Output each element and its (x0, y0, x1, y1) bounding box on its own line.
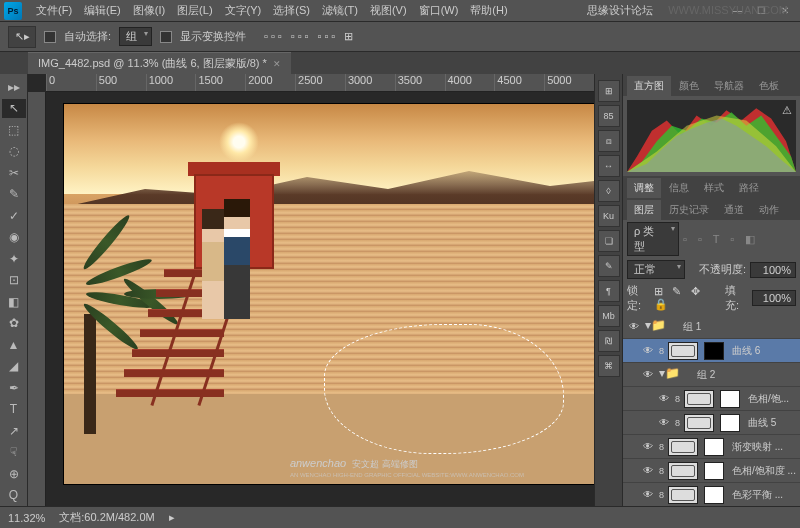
mid-btn-8[interactable]: ¶ (598, 280, 620, 302)
layer-name[interactable]: 曲线 5 (744, 416, 796, 430)
auto-select-dropdown[interactable]: 组 (119, 27, 152, 46)
align-buttons[interactable]: ▫▫▫ ▫▫▫ ▫▫▫ ⊞ (264, 30, 356, 43)
shape-tool[interactable]: ☟ (2, 443, 26, 463)
tab-info[interactable]: 信息 (662, 178, 696, 198)
show-transform-checkbox[interactable] (160, 31, 172, 43)
tab-paths[interactable]: 路径 (732, 178, 766, 198)
path-tool[interactable]: ↗ (2, 421, 26, 441)
menu-select[interactable]: 选择(S) (267, 3, 316, 18)
layer-name[interactable]: 色彩平衡 ... (728, 488, 796, 502)
blur-tool[interactable]: ▲ (2, 335, 26, 355)
layer-row[interactable]: 👁8曲线 5 (623, 411, 800, 435)
active-tool-indicator[interactable]: ↖▸ (8, 26, 36, 48)
menu-file[interactable]: 文件(F) (30, 3, 78, 18)
ruler-horizontal[interactable]: 0500100015002000250030003500400045005000 (46, 74, 594, 92)
mid-btn-0[interactable]: ⊞ (598, 80, 620, 102)
mid-btn-11[interactable]: ⌘ (598, 355, 620, 377)
layer-name[interactable]: 色相/饱和度 ... (728, 464, 796, 478)
tab-channels[interactable]: 通道 (717, 200, 751, 220)
mid-btn-10[interactable]: ₪ (598, 330, 620, 352)
layer-row[interactable]: 👁8色相/饱... (623, 387, 800, 411)
crop-tool[interactable]: ✂ (2, 163, 26, 183)
move-tool[interactable]: ↖ (2, 99, 26, 119)
tab-styles[interactable]: 样式 (697, 178, 731, 198)
visibility-toggle[interactable]: 👁 (641, 368, 655, 382)
layer-name[interactable]: 组 1 (679, 320, 796, 334)
mid-btn-6[interactable]: ❏ (598, 230, 620, 252)
tab-histogram[interactable]: 直方图 (627, 76, 671, 96)
visibility-toggle[interactable]: 👁 (641, 464, 655, 478)
visibility-toggle[interactable]: 👁 (641, 440, 655, 454)
mid-btn-2[interactable]: ⧈ (598, 130, 620, 152)
visibility-toggle[interactable]: 👁 (657, 392, 671, 406)
mid-btn-4[interactable]: ◊ (598, 180, 620, 202)
tab-layers[interactable]: 图层 (627, 200, 661, 220)
zoom-tool[interactable]: Q (2, 486, 26, 506)
tab-swatches[interactable]: 色板 (752, 76, 786, 96)
eyedropper-tool[interactable]: ✎ (2, 185, 26, 205)
tab-adjustments[interactable]: 调整 (627, 178, 661, 198)
layer-row[interactable]: 👁▾📁组 1 (623, 315, 800, 339)
menu-image[interactable]: 图像(I) (127, 3, 171, 18)
type-tool[interactable]: T (2, 400, 26, 420)
heal-tool[interactable]: ✓ (2, 206, 26, 226)
gradient-tool[interactable]: ✿ (2, 314, 26, 334)
blend-mode-select[interactable]: 正常 (627, 260, 685, 279)
layers-list[interactable]: 👁▾📁组 1👁8曲线 6👁▾📁组 2👁8色相/饱...👁8曲线 5👁8渐变映射 … (623, 315, 800, 506)
menu-window[interactable]: 窗口(W) (413, 3, 465, 18)
marquee-tool[interactable]: ⬚ (2, 120, 26, 140)
dodge-tool[interactable]: ◢ (2, 357, 26, 377)
layer-row[interactable]: 👁8色彩平衡 ... (623, 483, 800, 506)
status-arrow-icon[interactable]: ▸ (169, 511, 175, 524)
pen-tool[interactable]: ✒ (2, 378, 26, 398)
fill-input[interactable]: 100% (752, 290, 796, 306)
mid-btn-7[interactable]: ✎ (598, 255, 620, 277)
lock-icons[interactable]: ⊞ ✎ ✥ 🔒 (654, 285, 721, 311)
menu-filter[interactable]: 滤镜(T) (316, 3, 364, 18)
layer-name[interactable]: 渐变映射 ... (728, 440, 796, 454)
brush-tool[interactable]: ◉ (2, 228, 26, 248)
document-tab[interactable]: IMG_4482.psd @ 11.3% (曲线 6, 图层蒙版/8) *✕ (28, 52, 291, 74)
visibility-toggle[interactable]: 👁 (641, 488, 655, 502)
tab-actions[interactable]: 动作 (752, 200, 786, 220)
menu-help[interactable]: 帮助(H) (464, 3, 513, 18)
layer-row[interactable]: 👁8渐变映射 ... (623, 435, 800, 459)
tab-color[interactable]: 颜色 (672, 76, 706, 96)
menu-view[interactable]: 视图(V) (364, 3, 413, 18)
layer-row[interactable]: 👁8曲线 6 (623, 339, 800, 363)
opacity-input[interactable]: 100% (750, 262, 796, 278)
close-tab-icon[interactable]: ✕ (273, 59, 281, 69)
marquee-selection[interactable] (324, 324, 564, 454)
visibility-toggle[interactable]: 👁 (657, 416, 671, 430)
stamp-tool[interactable]: ✦ (2, 249, 26, 269)
mid-btn-9[interactable]: Mb (598, 305, 620, 327)
visibility-toggle[interactable]: 👁 (627, 320, 641, 334)
mid-btn-5[interactable]: Ku (598, 205, 620, 227)
mid-btn-1[interactable]: 85 (598, 105, 620, 127)
layer-name[interactable]: 组 2 (693, 368, 796, 382)
lasso-tool[interactable]: ◌ (2, 142, 26, 162)
layer-filter-icons[interactable]: ▫ ▫ T ▫ ◧ (683, 233, 759, 246)
layer-name[interactable]: 曲线 6 (728, 344, 796, 358)
tab-navigator[interactable]: 导航器 (707, 76, 751, 96)
layer-row[interactable]: 👁8色相/饱和度 ... (623, 459, 800, 483)
tool-handle[interactable]: ▸▸ (2, 77, 26, 97)
eraser-tool[interactable]: ◧ (2, 292, 26, 312)
menu-layer[interactable]: 图层(L) (171, 3, 218, 18)
visibility-toggle[interactable]: 👁 (641, 344, 655, 358)
ruler-vertical[interactable] (28, 92, 46, 506)
mid-btn-3[interactable]: ↔ (598, 155, 620, 177)
app-icon[interactable]: Ps (4, 2, 22, 20)
history-brush-tool[interactable]: ⊡ (2, 271, 26, 291)
doc-size-readout[interactable]: 文档:60.2M/482.0M (59, 510, 154, 525)
layer-name[interactable]: 色相/饱... (744, 392, 796, 406)
menu-type[interactable]: 文字(Y) (219, 3, 268, 18)
layer-filter-kind[interactable]: ρ 类型 (627, 222, 679, 256)
hand-tool[interactable]: ⊕ (2, 464, 26, 484)
layer-row[interactable]: 👁▾📁组 2 (623, 363, 800, 387)
document-canvas[interactable]: anwenchao安文超 高端修图 AN WENCHAO HIGH-END GR… (64, 104, 594, 484)
histogram-display[interactable]: ⚠ (627, 100, 796, 172)
auto-select-checkbox[interactable] (44, 31, 56, 43)
histogram-warning-icon[interactable]: ⚠ (782, 104, 792, 117)
menu-edit[interactable]: 编辑(E) (78, 3, 127, 18)
